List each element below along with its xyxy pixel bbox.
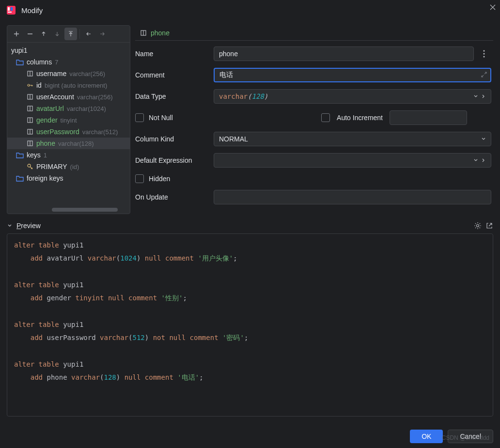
column-icon <box>27 105 33 112</box>
on-update-input[interactable] <box>214 190 491 204</box>
name-input[interactable] <box>214 46 474 61</box>
sidebar-toolbar <box>7 26 130 43</box>
tree-column-userAccount[interactable]: userAccountvarchar(256) <box>7 91 130 103</box>
preview-toggle-icon[interactable] <box>7 223 13 229</box>
chevron-down-icon[interactable] <box>473 158 478 163</box>
gear-icon[interactable] <box>474 222 482 230</box>
remove-button[interactable] <box>24 28 36 40</box>
more-icon[interactable] <box>477 46 491 61</box>
close-icon[interactable] <box>489 4 496 11</box>
not-null-label: Not Null <box>149 114 173 122</box>
app-icon <box>7 6 16 15</box>
tree-column-username[interactable]: usernamevarchar(256) <box>7 68 130 79</box>
default-expr-label: Default Expression <box>135 156 214 164</box>
preview-code[interactable]: alter table yupi1 add avatarUrl varchar(… <box>7 233 493 417</box>
tree-column-userPassword[interactable]: userPasswordvarchar(512) <box>7 126 130 138</box>
hidden-checkbox[interactable] <box>135 174 144 183</box>
preview-section: Preview alter table yupi1 add avatarUrl … <box>0 214 500 417</box>
forward-button[interactable] <box>96 28 109 40</box>
toolbar-divider <box>79 29 80 39</box>
svg-rect-3 <box>11 7 13 11</box>
column-kind-select[interactable]: NORMAL <box>214 132 491 146</box>
chevron-right-icon[interactable] <box>481 158 486 163</box>
not-null-checkbox[interactable] <box>135 113 144 122</box>
column-kind-label: Column Kind <box>135 135 214 143</box>
tree-column-avatarUrl[interactable]: avatarUrlvarchar(1024) <box>7 103 130 114</box>
up-button[interactable] <box>37 28 50 40</box>
datatype-input[interactable]: varchar(128) <box>214 89 491 104</box>
tree-column-id[interactable]: idbigint (auto increment) <box>7 79 130 91</box>
folder-icon <box>16 175 24 182</box>
column-icon <box>27 128 33 135</box>
breadcrumb: phone <box>135 25 493 41</box>
popout-icon[interactable] <box>485 222 493 230</box>
tree-column-phone[interactable]: phonevarchar(128) <box>7 138 130 149</box>
auto-increment-input[interactable] <box>390 110 467 125</box>
svg-point-20 <box>484 50 485 52</box>
chevron-down-icon[interactable] <box>473 94 478 99</box>
expand-icon[interactable] <box>481 71 487 78</box>
comment-label: Comment <box>135 71 214 79</box>
svg-point-6 <box>28 84 30 86</box>
tree-root[interactable]: yupi1 <box>7 45 130 56</box>
column-icon <box>140 30 147 36</box>
ok-button[interactable]: OK <box>410 430 443 443</box>
folder-icon <box>16 152 24 158</box>
name-label: Name <box>135 50 214 58</box>
tree: yupi1 columns 7 usernamevarchar(256)idbi… <box>7 43 130 214</box>
key-icon <box>27 82 33 89</box>
hidden-label: Hidden <box>149 175 170 183</box>
chevron-down-icon <box>481 137 486 141</box>
tree-key-primary[interactable]: PRIMARY (id) <box>7 161 130 172</box>
cancel-button[interactable]: Cancel <box>448 430 493 443</box>
down-button[interactable] <box>51 28 63 40</box>
chevron-right-icon[interactable] <box>481 94 486 99</box>
tree-folder-columns[interactable]: columns 7 <box>7 56 130 68</box>
svg-point-21 <box>484 53 485 55</box>
form: Name Comment Data Type varchar(128) <box>135 46 493 204</box>
column-icon <box>27 117 33 124</box>
preview-label: Preview <box>16 222 41 230</box>
key-icon <box>27 163 33 170</box>
auto-increment-label: Auto Increment <box>337 114 383 122</box>
svg-point-22 <box>484 56 485 58</box>
tree-folder-keys[interactable]: keys 1 <box>7 149 130 161</box>
column-icon <box>27 93 33 100</box>
folder-icon <box>16 59 24 65</box>
back-button[interactable] <box>82 28 95 40</box>
svg-rect-2 <box>8 7 10 11</box>
up-to-button[interactable] <box>64 28 77 40</box>
breadcrumb-label: phone <box>151 29 170 37</box>
right-panel: phone Name Comment Data Type varchar(128… <box>130 25 493 214</box>
window-title: Modify <box>21 6 43 15</box>
add-button[interactable] <box>10 28 23 40</box>
datatype-label: Data Type <box>135 93 214 100</box>
svg-point-23 <box>477 225 479 227</box>
column-icon <box>27 70 33 77</box>
auto-increment-checkbox[interactable] <box>321 113 330 122</box>
default-expr-input[interactable] <box>214 153 491 168</box>
footer: OK Cancel <box>410 430 493 443</box>
titlebar: Modify <box>0 0 500 20</box>
tree-folder-fk[interactable]: foreign keys <box>7 172 130 184</box>
svg-rect-1 <box>8 12 12 13</box>
sidebar: yupi1 columns 7 usernamevarchar(256)idbi… <box>7 25 130 214</box>
scrollbar[interactable] <box>52 208 118 212</box>
column-icon <box>27 140 33 147</box>
on-update-label: On Update <box>135 193 214 201</box>
comment-input[interactable] <box>214 68 491 82</box>
tree-column-gender[interactable]: gendertinyint <box>7 114 130 126</box>
